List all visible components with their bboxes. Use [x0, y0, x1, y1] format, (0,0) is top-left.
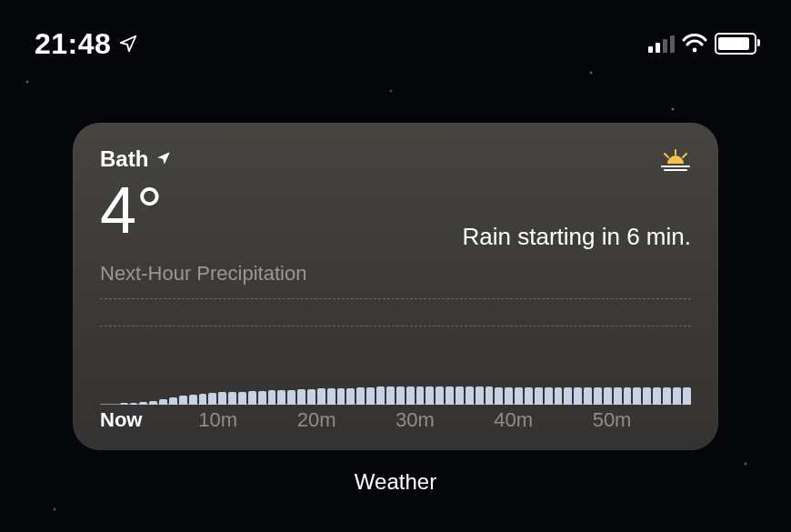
precip-bar: [416, 386, 425, 405]
precip-bar: [555, 387, 563, 405]
precip-bar: [436, 386, 444, 405]
precip-bar: [248, 391, 256, 405]
widget-app-label: Weather: [0, 469, 791, 495]
precip-bar: [208, 393, 216, 405]
precip-bar: [545, 387, 553, 405]
precip-bar: [139, 402, 147, 405]
precip-bar: [189, 395, 197, 405]
precip-bar: [466, 386, 474, 405]
precip-bar: [386, 386, 395, 405]
precip-bar: [456, 386, 464, 405]
x-tick: 30m: [396, 408, 494, 432]
chart-bars: [100, 332, 691, 405]
precip-bar: [199, 394, 207, 405]
precip-bar: [673, 387, 681, 405]
precip-bar: [346, 388, 355, 405]
precip-bar: [297, 389, 305, 405]
precip-bar: [574, 387, 582, 405]
precip-bar: [505, 387, 513, 405]
location-block: Bath 4°: [100, 146, 172, 243]
chart-x-axis: Now10m20m30m40m50m: [100, 408, 691, 432]
precip-bar: [604, 387, 612, 405]
precip-bar: [356, 387, 365, 405]
weather-widget[interactable]: Bath 4° Rain sta: [73, 123, 718, 450]
x-tick: 50m: [593, 408, 691, 432]
precip-bar: [594, 387, 602, 405]
location-name: Bath: [100, 146, 148, 172]
sunset-icon: [660, 148, 691, 174]
wifi-icon: [682, 34, 707, 54]
precip-bar: [238, 392, 246, 405]
location-row: Bath: [100, 146, 172, 172]
precip-bar: [446, 386, 454, 405]
precip-bar: [426, 386, 434, 405]
chart-gridline: [100, 326, 691, 326]
precip-bar: [327, 388, 335, 405]
precip-bar: [624, 387, 632, 405]
chart-gridline: [100, 298, 691, 299]
forecast-text: Rain starting in 6 min.: [463, 223, 691, 251]
x-tick: 20m: [297, 408, 396, 432]
precip-bar: [258, 391, 266, 405]
precip-bar: [525, 387, 533, 405]
battery-icon: [715, 33, 756, 55]
precip-bar: [614, 387, 622, 405]
precip-bar: [130, 403, 138, 405]
precip-bar: [228, 392, 236, 405]
precip-bar: [476, 386, 484, 405]
precip-bar: [495, 387, 503, 405]
battery-fill: [718, 37, 749, 50]
precip-section-title: Next-Hour Precipitation: [100, 262, 691, 286]
condition-block: Rain starting in 6 min.: [463, 146, 691, 251]
precip-bar: [159, 399, 167, 405]
temperature-value: 4°: [100, 177, 172, 243]
svg-line-3: [683, 154, 686, 157]
precip-bar: [218, 392, 226, 405]
precip-bar: [179, 396, 187, 405]
precip-bar: [120, 403, 128, 405]
precip-bar: [169, 397, 177, 405]
precip-bar: [515, 387, 523, 405]
status-right: [648, 33, 756, 55]
x-tick: Now: [100, 408, 198, 432]
x-tick: 10m: [198, 408, 296, 432]
precip-bar: [683, 387, 691, 405]
precip-bar: [406, 386, 415, 405]
precip-bar: [584, 387, 592, 405]
svg-point-0: [693, 48, 697, 53]
precip-bar: [317, 388, 325, 405]
svg-line-2: [665, 154, 668, 157]
precip-bar: [307, 389, 315, 405]
location-arrow-icon: [155, 146, 172, 172]
location-services-icon: [118, 34, 138, 54]
precip-bar: [277, 390, 285, 405]
precip-chart: Now10m20m30m40m50m: [100, 291, 691, 436]
precip-bar: [663, 387, 671, 405]
precip-bar: [287, 390, 295, 405]
widget-header: Bath 4° Rain sta: [100, 146, 691, 251]
x-tick: 40m: [494, 408, 592, 432]
precip-bar: [535, 387, 543, 405]
precip-bar: [486, 386, 494, 405]
cellular-signal-icon: [648, 35, 675, 53]
precip-bar: [376, 386, 385, 405]
precip-bar: [633, 387, 641, 405]
precip-bar: [643, 387, 651, 405]
precip-bar: [396, 386, 405, 405]
precip-bar: [149, 401, 157, 405]
precip-bar: [366, 387, 375, 405]
clock-time: 21:48: [35, 27, 111, 61]
precip-bar: [268, 390, 276, 405]
precip-bar: [564, 387, 572, 405]
precip-bar: [337, 388, 345, 405]
precip-bar: [653, 387, 661, 405]
status-left: 21:48: [35, 27, 138, 61]
status-bar: 21:48: [0, 25, 791, 62]
